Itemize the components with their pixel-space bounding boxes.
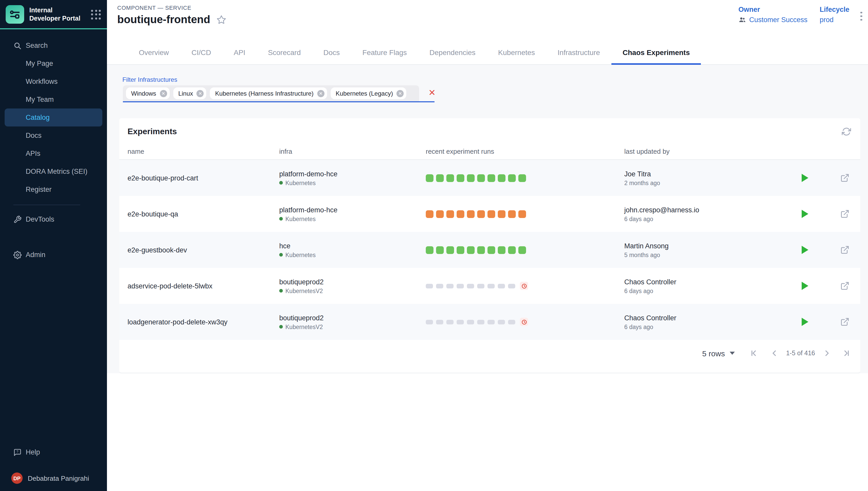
- run-experiment-play-button[interactable]: [802, 174, 808, 182]
- chip-remove-icon[interactable]: ✕: [160, 90, 167, 97]
- run-square-pending[interactable]: [436, 284, 443, 288]
- run-experiment-play-button[interactable]: [802, 282, 808, 290]
- run-square-passed[interactable]: [446, 174, 454, 182]
- run-square-warning[interactable]: [436, 210, 444, 218]
- previous-page-icon[interactable]: [770, 349, 779, 358]
- run-experiment-play-button[interactable]: [802, 318, 808, 326]
- tab-overview[interactable]: Overview: [127, 40, 180, 64]
- open-experiment-icon[interactable]: [840, 209, 849, 219]
- run-square-pending[interactable]: [508, 320, 515, 324]
- sidebar-item-my-team[interactable]: My Team: [0, 90, 107, 109]
- run-square-pending[interactable]: [498, 284, 505, 288]
- tab-ci-cd[interactable]: CI/CD: [180, 40, 223, 64]
- chip-remove-icon[interactable]: ✕: [197, 90, 204, 97]
- sidebar-item-docs[interactable]: Docs: [0, 126, 107, 144]
- run-square-passed[interactable]: [446, 246, 454, 254]
- run-square-pending[interactable]: [457, 284, 464, 288]
- tab-infrastructure[interactable]: Infrastructure: [546, 40, 611, 64]
- run-square-pending[interactable]: [457, 320, 464, 324]
- sidebar-item-search[interactable]: Search: [0, 36, 107, 55]
- run-square-passed[interactable]: [518, 174, 526, 182]
- refresh-icon[interactable]: [842, 127, 851, 136]
- sidebar-item-my-page[interactable]: My Page: [0, 55, 107, 73]
- run-square-passed[interactable]: [436, 174, 444, 182]
- apps-grid-icon[interactable]: [91, 9, 101, 19]
- user-menu[interactable]: DP Debabrata Panigrahi: [0, 467, 107, 484]
- last-page-icon[interactable]: [842, 349, 851, 358]
- run-square-passed[interactable]: [498, 246, 505, 254]
- open-experiment-icon[interactable]: [840, 173, 849, 182]
- chip-remove-icon[interactable]: ✕: [397, 90, 404, 97]
- tab-docs[interactable]: Docs: [312, 40, 351, 64]
- run-square-warning[interactable]: [498, 210, 505, 218]
- run-square-pending[interactable]: [426, 284, 433, 288]
- tab-chaos-experiments[interactable]: Chaos Experiments: [611, 40, 701, 64]
- run-square-pending[interactable]: [426, 320, 433, 324]
- run-experiment-play-button[interactable]: [802, 210, 808, 218]
- run-square-warning[interactable]: [426, 210, 433, 218]
- run-square-passed[interactable]: [426, 246, 433, 254]
- run-square-pending[interactable]: [467, 284, 474, 288]
- favorite-star-icon[interactable]: [216, 15, 226, 24]
- run-square-passed[interactable]: [457, 246, 464, 254]
- filter-infrastructures-label[interactable]: Filter Infrastructures: [122, 76, 177, 83]
- first-page-icon[interactable]: [749, 349, 758, 358]
- rows-per-page-select[interactable]: 5 rows: [702, 349, 734, 357]
- run-experiment-play-button[interactable]: [802, 246, 808, 254]
- run-square-pending[interactable]: [488, 284, 495, 288]
- run-square-pending[interactable]: [477, 284, 484, 288]
- run-square-pending[interactable]: [436, 320, 443, 324]
- kebab-menu-icon[interactable]: [857, 9, 866, 23]
- run-square-pending[interactable]: [498, 320, 505, 324]
- sidebar-item-register[interactable]: Register: [0, 180, 107, 198]
- run-square-passed[interactable]: [436, 246, 444, 254]
- tab-dependencies[interactable]: Dependencies: [418, 40, 487, 64]
- open-experiment-icon[interactable]: [840, 245, 849, 255]
- tab-feature-flags[interactable]: Feature Flags: [351, 40, 418, 64]
- run-square-pending[interactable]: [488, 320, 495, 324]
- run-square-pending[interactable]: [446, 284, 454, 288]
- run-square-pending[interactable]: [446, 320, 454, 324]
- run-square-passed[interactable]: [508, 174, 516, 182]
- run-square-passed[interactable]: [488, 174, 495, 182]
- owner-link[interactable]: Customer Success: [749, 16, 808, 24]
- run-square-passed[interactable]: [477, 174, 485, 182]
- run-square-warning[interactable]: [518, 210, 526, 218]
- run-square-passed[interactable]: [508, 246, 516, 254]
- run-square-passed[interactable]: [498, 174, 505, 182]
- infrastructure-filter-input[interactable]: Windows✕Linux✕Kubernetes (Harness Infras…: [123, 85, 419, 101]
- open-experiment-icon[interactable]: [840, 281, 849, 290]
- next-page-icon[interactable]: [822, 349, 832, 358]
- run-timeout-clock-icon[interactable]: [520, 318, 528, 326]
- run-square-warning[interactable]: [457, 210, 464, 218]
- tab-scorecard[interactable]: Scorecard: [257, 40, 312, 64]
- sidebar-item-devtools[interactable]: DevTools: [0, 210, 107, 228]
- run-square-pending[interactable]: [467, 320, 474, 324]
- run-square-passed[interactable]: [426, 174, 433, 182]
- open-experiment-icon[interactable]: [840, 317, 849, 326]
- run-square-passed[interactable]: [467, 174, 474, 182]
- sidebar-item-help[interactable]: ? Help: [0, 443, 107, 461]
- run-square-passed[interactable]: [518, 246, 526, 254]
- run-timeout-clock-icon[interactable]: [520, 282, 528, 290]
- sidebar-item-dora-metrics-sei[interactable]: DORA Metrics (SEI): [0, 163, 107, 180]
- run-square-warning[interactable]: [467, 210, 474, 218]
- sidebar-item-workflows[interactable]: Workflows: [0, 73, 107, 90]
- sidebar-item-admin[interactable]: Admin: [0, 246, 107, 264]
- run-square-warning[interactable]: [508, 210, 516, 218]
- sidebar-item-apis[interactable]: APIs: [0, 144, 107, 163]
- run-square-passed[interactable]: [457, 174, 464, 182]
- run-square-warning[interactable]: [477, 210, 485, 218]
- chip-remove-icon[interactable]: ✕: [317, 90, 324, 97]
- run-square-pending[interactable]: [477, 320, 484, 324]
- clear-filters-icon[interactable]: ✕: [428, 87, 436, 98]
- run-square-pending[interactable]: [508, 284, 515, 288]
- run-square-passed[interactable]: [467, 246, 474, 254]
- sidebar-item-catalog[interactable]: Catalog: [5, 109, 102, 126]
- tab-kubernetes[interactable]: Kubernetes: [487, 40, 546, 64]
- run-square-warning[interactable]: [446, 210, 454, 218]
- run-square-passed[interactable]: [488, 246, 495, 254]
- run-square-warning[interactable]: [488, 210, 495, 218]
- run-square-passed[interactable]: [477, 246, 485, 254]
- tab-api[interactable]: API: [223, 40, 257, 64]
